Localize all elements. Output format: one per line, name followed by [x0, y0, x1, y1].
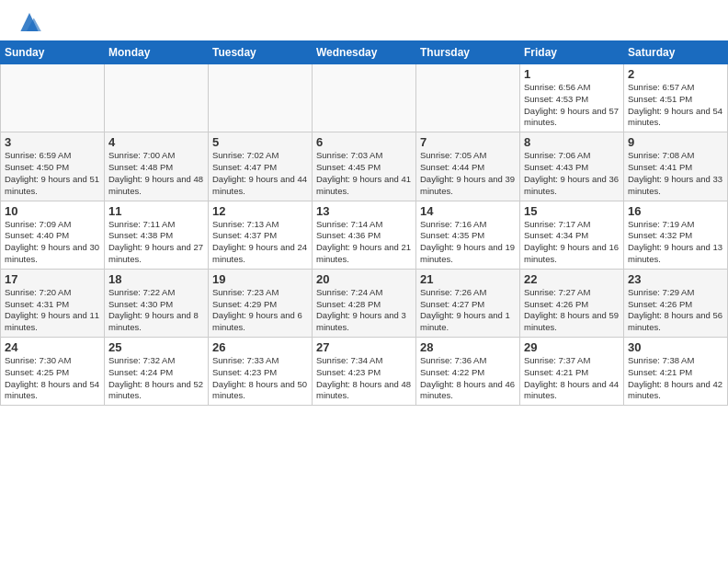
- calendar-cell: 4Sunrise: 7:00 AM Sunset: 4:48 PM Daylig…: [105, 132, 209, 201]
- calendar-cell: 28Sunrise: 7:36 AM Sunset: 4:22 PM Dayli…: [416, 338, 520, 406]
- calendar-cell: 30Sunrise: 7:38 AM Sunset: 4:21 PM Dayli…: [624, 338, 728, 406]
- day-number: 14: [420, 204, 516, 218]
- day-info: Sunrise: 7:26 AM Sunset: 4:27 PM Dayligh…: [420, 287, 516, 334]
- day-number: 28: [420, 340, 516, 354]
- day-number: 16: [628, 204, 723, 218]
- day-header-monday: Monday: [105, 41, 209, 64]
- day-info: Sunrise: 7:27 AM Sunset: 4:26 PM Dayligh…: [524, 287, 620, 334]
- calendar-cell: 14Sunrise: 7:16 AM Sunset: 4:35 PM Dayli…: [416, 201, 520, 269]
- day-header-friday: Friday: [520, 41, 624, 64]
- day-number: 15: [524, 204, 620, 218]
- calendar-cell: 18Sunrise: 7:22 AM Sunset: 4:30 PM Dayli…: [105, 269, 209, 337]
- calendar-week-row: 3Sunrise: 6:59 AM Sunset: 4:50 PM Daylig…: [1, 132, 728, 201]
- day-info: Sunrise: 7:36 AM Sunset: 4:22 PM Dayligh…: [420, 355, 516, 402]
- calendar-cell: 3Sunrise: 6:59 AM Sunset: 4:50 PM Daylig…: [1, 132, 105, 201]
- day-number: 8: [524, 135, 620, 149]
- header: [0, 0, 728, 40]
- day-info: Sunrise: 7:02 AM Sunset: 4:47 PM Dayligh…: [212, 150, 308, 197]
- day-number: 21: [420, 272, 516, 286]
- calendar-week-row: 24Sunrise: 7:30 AM Sunset: 4:25 PM Dayli…: [1, 338, 728, 406]
- day-info: Sunrise: 7:00 AM Sunset: 4:48 PM Dayligh…: [108, 150, 204, 197]
- calendar-cell: 12Sunrise: 7:13 AM Sunset: 4:37 PM Dayli…: [209, 201, 313, 269]
- day-number: 4: [108, 135, 204, 149]
- calendar-cell: 20Sunrise: 7:24 AM Sunset: 4:28 PM Dayli…: [313, 269, 416, 337]
- day-info: Sunrise: 7:34 AM Sunset: 4:23 PM Dayligh…: [316, 355, 412, 402]
- calendar-cell: 8Sunrise: 7:06 AM Sunset: 4:43 PM Daylig…: [520, 132, 624, 201]
- day-info: Sunrise: 7:13 AM Sunset: 4:37 PM Dayligh…: [212, 219, 308, 266]
- day-number: 26: [212, 340, 308, 354]
- day-info: Sunrise: 7:37 AM Sunset: 4:21 PM Dayligh…: [524, 355, 620, 402]
- day-number: 10: [5, 204, 100, 218]
- calendar-cell: [209, 64, 313, 132]
- day-number: 25: [108, 340, 204, 354]
- day-number: 23: [628, 272, 723, 286]
- calendar-cell: [1, 64, 105, 132]
- calendar-cell: 11Sunrise: 7:11 AM Sunset: 4:38 PM Dayli…: [105, 201, 209, 269]
- logo: [15, 9, 48, 35]
- day-number: 17: [5, 272, 100, 286]
- calendar-cell: 29Sunrise: 7:37 AM Sunset: 4:21 PM Dayli…: [520, 338, 624, 406]
- day-header-thursday: Thursday: [416, 41, 520, 64]
- day-number: 2: [628, 67, 723, 81]
- calendar-cell: 19Sunrise: 7:23 AM Sunset: 4:29 PM Dayli…: [209, 269, 313, 337]
- calendar-cell: 2Sunrise: 6:57 AM Sunset: 4:51 PM Daylig…: [624, 64, 728, 132]
- day-number: 27: [316, 340, 412, 354]
- calendar-cell: 6Sunrise: 7:03 AM Sunset: 4:45 PM Daylig…: [313, 132, 416, 201]
- day-info: Sunrise: 6:57 AM Sunset: 4:51 PM Dayligh…: [628, 82, 723, 129]
- calendar-cell: [313, 64, 416, 132]
- day-info: Sunrise: 7:19 AM Sunset: 4:32 PM Dayligh…: [628, 219, 723, 266]
- day-number: 29: [524, 340, 620, 354]
- day-number: 19: [212, 272, 308, 286]
- day-header-saturday: Saturday: [624, 41, 728, 64]
- calendar-header-row: SundayMondayTuesdayWednesdayThursdayFrid…: [1, 41, 728, 64]
- day-info: Sunrise: 7:03 AM Sunset: 4:45 PM Dayligh…: [316, 150, 412, 197]
- day-number: 5: [212, 135, 308, 149]
- day-number: 6: [316, 135, 412, 149]
- day-number: 20: [316, 272, 412, 286]
- day-info: Sunrise: 6:59 AM Sunset: 4:50 PM Dayligh…: [5, 150, 100, 197]
- day-info: Sunrise: 7:33 AM Sunset: 4:23 PM Dayligh…: [212, 355, 308, 402]
- calendar: SundayMondayTuesdayWednesdayThursdayFrid…: [0, 40, 728, 406]
- day-info: Sunrise: 7:32 AM Sunset: 4:24 PM Dayligh…: [108, 355, 204, 402]
- day-header-sunday: Sunday: [1, 41, 105, 64]
- day-number: 22: [524, 272, 620, 286]
- day-number: 30: [628, 340, 723, 354]
- calendar-cell: 15Sunrise: 7:17 AM Sunset: 4:34 PM Dayli…: [520, 201, 624, 269]
- day-info: Sunrise: 7:16 AM Sunset: 4:35 PM Dayligh…: [420, 219, 516, 266]
- day-info: Sunrise: 7:09 AM Sunset: 4:40 PM Dayligh…: [5, 219, 100, 266]
- day-info: Sunrise: 7:08 AM Sunset: 4:41 PM Dayligh…: [628, 150, 723, 197]
- calendar-cell: 17Sunrise: 7:20 AM Sunset: 4:31 PM Dayli…: [1, 269, 105, 337]
- calendar-cell: 22Sunrise: 7:27 AM Sunset: 4:26 PM Dayli…: [520, 269, 624, 337]
- day-number: 24: [5, 340, 100, 354]
- calendar-cell: 16Sunrise: 7:19 AM Sunset: 4:32 PM Dayli…: [624, 201, 728, 269]
- day-info: Sunrise: 6:56 AM Sunset: 4:53 PM Dayligh…: [524, 82, 620, 129]
- calendar-cell: 26Sunrise: 7:33 AM Sunset: 4:23 PM Dayli…: [209, 338, 313, 406]
- day-number: 13: [316, 204, 412, 218]
- calendar-week-row: 1Sunrise: 6:56 AM Sunset: 4:53 PM Daylig…: [1, 64, 728, 132]
- day-header-tuesday: Tuesday: [209, 41, 313, 64]
- day-info: Sunrise: 7:29 AM Sunset: 4:26 PM Dayligh…: [628, 287, 723, 334]
- calendar-cell: 10Sunrise: 7:09 AM Sunset: 4:40 PM Dayli…: [1, 201, 105, 269]
- day-info: Sunrise: 7:17 AM Sunset: 4:34 PM Dayligh…: [524, 219, 620, 266]
- calendar-week-row: 10Sunrise: 7:09 AM Sunset: 4:40 PM Dayli…: [1, 201, 728, 269]
- calendar-cell: 13Sunrise: 7:14 AM Sunset: 4:36 PM Dayli…: [313, 201, 416, 269]
- day-info: Sunrise: 7:06 AM Sunset: 4:43 PM Dayligh…: [524, 150, 620, 197]
- calendar-week-row: 17Sunrise: 7:20 AM Sunset: 4:31 PM Dayli…: [1, 269, 728, 337]
- calendar-cell: 7Sunrise: 7:05 AM Sunset: 4:44 PM Daylig…: [416, 132, 520, 201]
- day-number: 12: [212, 204, 308, 218]
- day-number: 1: [524, 67, 620, 81]
- calendar-cell: 27Sunrise: 7:34 AM Sunset: 4:23 PM Dayli…: [313, 338, 416, 406]
- day-info: Sunrise: 7:05 AM Sunset: 4:44 PM Dayligh…: [420, 150, 516, 197]
- day-info: Sunrise: 7:11 AM Sunset: 4:38 PM Dayligh…: [108, 219, 204, 266]
- day-number: 3: [5, 135, 100, 149]
- logo-icon: [15, 9, 44, 35]
- day-number: 18: [108, 272, 204, 286]
- day-number: 11: [108, 204, 204, 218]
- calendar-cell: [416, 64, 520, 132]
- calendar-cell: [105, 64, 209, 132]
- calendar-cell: 21Sunrise: 7:26 AM Sunset: 4:27 PM Dayli…: [416, 269, 520, 337]
- calendar-cell: 9Sunrise: 7:08 AM Sunset: 4:41 PM Daylig…: [624, 132, 728, 201]
- day-info: Sunrise: 7:23 AM Sunset: 4:29 PM Dayligh…: [212, 287, 308, 334]
- day-info: Sunrise: 7:14 AM Sunset: 4:36 PM Dayligh…: [316, 219, 412, 266]
- day-number: 9: [628, 135, 723, 149]
